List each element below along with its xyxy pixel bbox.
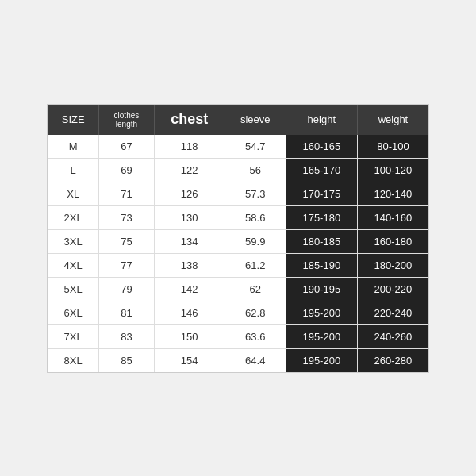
- cell-size: 8XL: [48, 348, 99, 372]
- cell-chest: 154: [154, 348, 225, 372]
- cell-size: M: [48, 135, 99, 159]
- cell-weight: 180-200: [357, 253, 428, 277]
- th-clothes-length: clothes length: [99, 105, 154, 135]
- cell-length: 69: [99, 158, 154, 182]
- cell-sleeve: 64.4: [225, 348, 286, 372]
- table-row: 7XL8315063.6195-200240-260: [48, 324, 428, 348]
- cell-weight: 80-100: [357, 135, 428, 159]
- cell-length: 71: [99, 182, 154, 205]
- cell-size: L: [48, 158, 99, 182]
- cell-length: 79: [99, 277, 154, 301]
- cell-chest: 142: [154, 277, 225, 301]
- cell-chest: 122: [154, 158, 225, 182]
- cell-length: 85: [99, 348, 154, 372]
- th-height: height: [286, 105, 357, 135]
- cell-weight: 260-280: [357, 348, 428, 372]
- cell-length: 67: [99, 135, 154, 159]
- size-chart-table: SIZE clothes length chest sleeve height: [48, 105, 428, 372]
- cell-height: 195-200: [286, 348, 357, 372]
- cell-chest: 150: [154, 324, 225, 348]
- cell-height: 175-180: [286, 205, 357, 229]
- cell-size: 7XL: [48, 324, 99, 348]
- th-size: SIZE: [48, 105, 99, 135]
- th-size-label: SIZE: [56, 113, 90, 125]
- cell-weight: 220-240: [357, 301, 428, 324]
- th-sleeve: sleeve: [225, 105, 286, 135]
- cell-sleeve: 57.3: [225, 182, 286, 205]
- cell-weight: 100-120: [357, 158, 428, 182]
- cell-sleeve: 54.7: [225, 135, 286, 159]
- table-row: XL7112657.3170-175120-140: [48, 182, 428, 205]
- cell-size: 5XL: [48, 277, 99, 301]
- th-height-label: height: [294, 113, 349, 125]
- cell-weight: 140-160: [357, 205, 428, 229]
- cell-chest: 146: [154, 301, 225, 324]
- th-clothes-label: clothes: [107, 111, 145, 120]
- cell-sleeve: 61.2: [225, 253, 286, 277]
- th-sleeve-label: sleeve: [233, 113, 278, 125]
- table-row: 5XL7914262190-195200-220: [48, 277, 428, 301]
- cell-height: 160-165: [286, 135, 357, 159]
- cell-weight: 160-180: [357, 229, 428, 253]
- cell-length: 83: [99, 324, 154, 348]
- cell-size: 3XL: [48, 229, 99, 253]
- cell-chest: 130: [154, 205, 225, 229]
- cell-sleeve: 59.9: [225, 229, 286, 253]
- cell-length: 77: [99, 253, 154, 277]
- cell-chest: 138: [154, 253, 225, 277]
- cell-chest: 126: [154, 182, 225, 205]
- cell-height: 195-200: [286, 301, 357, 324]
- table-row: L6912256165-170100-120: [48, 158, 428, 182]
- cell-weight: 120-140: [357, 182, 428, 205]
- cell-size: 2XL: [48, 205, 99, 229]
- table-row: 6XL8114662.8195-200220-240: [48, 301, 428, 324]
- cell-size: 6XL: [48, 301, 99, 324]
- table-row: 8XL8515464.4195-200260-280: [48, 348, 428, 372]
- size-chart-container: SIZE clothes length chest sleeve height: [47, 104, 429, 373]
- th-weight-label: weight: [366, 113, 420, 125]
- page-wrapper: SIZE clothes length chest sleeve height: [0, 0, 476, 476]
- table-row: M6711854.7160-16580-100: [48, 135, 428, 159]
- cell-weight: 240-260: [357, 324, 428, 348]
- cell-size: XL: [48, 182, 99, 205]
- cell-sleeve: 58.6: [225, 205, 286, 229]
- cell-chest: 134: [154, 229, 225, 253]
- cell-height: 185-190: [286, 253, 357, 277]
- cell-sleeve: 63.6: [225, 324, 286, 348]
- cell-size: 4XL: [48, 253, 99, 277]
- th-chest: chest: [154, 105, 225, 135]
- cell-sleeve: 56: [225, 158, 286, 182]
- cell-chest: 118: [154, 135, 225, 159]
- table-row: 2XL7313058.6175-180140-160: [48, 205, 428, 229]
- cell-weight: 200-220: [357, 277, 428, 301]
- th-length-label: length: [107, 120, 145, 129]
- th-weight: weight: [357, 105, 428, 135]
- cell-length: 81: [99, 301, 154, 324]
- cell-height: 195-200: [286, 324, 357, 348]
- cell-sleeve: 62.8: [225, 301, 286, 324]
- cell-length: 73: [99, 205, 154, 229]
- table-row: 3XL7513459.9180-185160-180: [48, 229, 428, 253]
- cell-height: 190-195: [286, 277, 357, 301]
- cell-height: 165-170: [286, 158, 357, 182]
- th-chest-label: chest: [163, 111, 217, 128]
- cell-height: 180-185: [286, 229, 357, 253]
- table-row: 4XL7713861.2185-190180-200: [48, 253, 428, 277]
- cell-height: 170-175: [286, 182, 357, 205]
- cell-sleeve: 62: [225, 277, 286, 301]
- cell-length: 75: [99, 229, 154, 253]
